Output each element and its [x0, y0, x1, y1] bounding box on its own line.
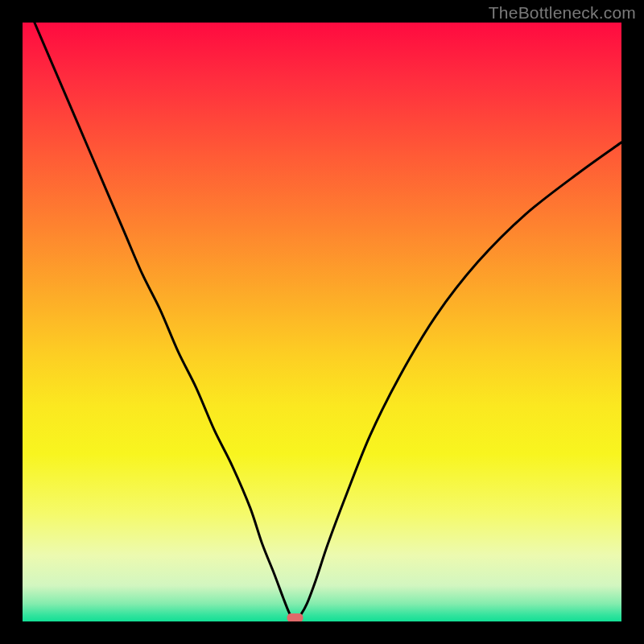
chart-svg — [23, 23, 621, 621]
bottleneck-curve — [35, 23, 621, 619]
optimal-point-marker — [287, 613, 303, 621]
bottleneck-chart — [23, 23, 621, 621]
watermark-text: TheBottleneck.com — [489, 3, 636, 23]
